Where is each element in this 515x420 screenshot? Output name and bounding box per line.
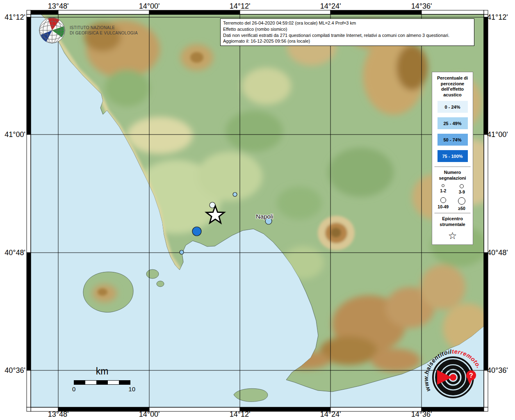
- count-circle-icon: [460, 184, 464, 188]
- lon-label-bottom-2: 14°00': [139, 410, 160, 419]
- event-disclaimer-line: Dati non verificati estratti da 271 ques…: [223, 32, 472, 39]
- lat-label-left-3: 40°48': [0, 249, 25, 257]
- hsit-center-dot: [450, 374, 456, 381]
- epicenter-star-icon: ☆: [434, 231, 471, 241]
- scalebar-end: 10: [128, 386, 135, 393]
- lat-label-right-3: 40°48': [487, 249, 508, 257]
- legend-panel: Percentuale di percezione dell'effetto a…: [432, 72, 473, 245]
- lat-label-right-1: 41°12': [487, 13, 508, 22]
- lon-label-bottom-5: 14°36': [411, 410, 432, 419]
- count-circle-icon: [440, 197, 446, 203]
- legend-swatch-label: 25 - 49%: [443, 121, 461, 126]
- scalebar-start: 0: [72, 386, 75, 393]
- vesuvius-crater: [330, 228, 341, 237]
- lat-label-left-1: 41°12': [0, 13, 25, 22]
- legend-count-title: Numero segnalazioni: [434, 170, 471, 181]
- scalebar-bar: [74, 380, 130, 385]
- legend-swatch-label: 50 - 74%: [443, 137, 461, 142]
- lat-label-left-2: 41°00': [0, 130, 25, 139]
- legend-epicenter-title: Epicentro strumentale: [434, 216, 471, 227]
- event-summary-line: Terremoto del 26-04-2020 04:59:02 (ora l…: [223, 20, 472, 26]
- lon-label-bottom-1: 13°48': [48, 410, 69, 419]
- legend-swatch-25-49: 25 - 49%: [438, 117, 468, 129]
- lat-label-right-2: 41°00': [487, 130, 508, 139]
- count-circle-icon: [442, 184, 444, 187]
- event-effect-line: Effetto acustico (rombo sismico): [223, 26, 472, 32]
- island-vivara: [157, 281, 164, 287]
- island-procida: [146, 269, 159, 278]
- lon-label-top-3: 14°12': [230, 2, 251, 11]
- lon-label-bottom-4: 14°24': [320, 410, 341, 419]
- legend-swatch-label: 75 - 100%: [442, 154, 463, 159]
- hsit-earthquake-map-page: www.haisentitoilterremoto.it ? 13°48' 14…: [0, 0, 515, 420]
- city-label-napoli: Napoli: [256, 213, 273, 220]
- event-info-box: Terremoto del 26-04-2020 04:59:02 (ora l…: [220, 18, 474, 46]
- legend-swatch-0-24: 0 - 24%: [438, 101, 468, 113]
- legend-count-10-49: 10-49: [434, 197, 453, 211]
- legend-swatch-75-100: 75 - 100%: [438, 150, 468, 162]
- felt-report-marker: [192, 227, 201, 236]
- lon-label-top-4: 14°24': [320, 2, 341, 11]
- legend-divider: [435, 167, 470, 167]
- ingv-logo-line1: ISTITUTO NAZIONALE: [70, 25, 138, 30]
- legend-divider: [435, 213, 470, 213]
- map-scalebar: km 0 10: [74, 366, 130, 385]
- count-circle-icon: [458, 197, 465, 205]
- lon-label-top-2: 14°00': [139, 2, 160, 11]
- legend-count-grid: 1-2 3-9 10-49 ≥50: [434, 184, 471, 211]
- legend-percent-title: Percentuale di percezione dell'effetto a…: [434, 75, 471, 98]
- lat-label-right-4: 40°36': [487, 366, 508, 375]
- legend-count-3-9: 3-9: [453, 184, 472, 194]
- ingv-logo-line2: DI GEOFISICA E VULCANOLOGIA: [70, 30, 138, 36]
- legend-count-50: ≥50: [453, 197, 472, 211]
- lon-label-bottom-3: 14°12': [230, 410, 251, 419]
- map-interior: [31, 14, 500, 407]
- legend-swatch-50-74: 50 - 74%: [438, 134, 468, 146]
- lon-label-top-1: 13°48': [48, 2, 69, 11]
- ingv-logo-text: ISTITUTO NAZIONALE DI GEOFISICA E VULCAN…: [70, 25, 138, 36]
- felt-report-marker: [233, 192, 237, 196]
- event-updated-line: Aggiornato il: 16-12-2025 09:56 (ora loc…: [223, 38, 472, 44]
- legend-swatch-label: 0 - 24%: [445, 105, 460, 110]
- scalebar-unit: km: [74, 366, 130, 377]
- felt-report-marker: [180, 250, 184, 254]
- hsit-question-mark: ?: [469, 372, 473, 379]
- lat-label-left-4: 40°36': [0, 366, 25, 375]
- legend-count-1-2: 1-2: [434, 184, 453, 194]
- ingv-globe-icon: [38, 16, 66, 44]
- ingv-logo: ISTITUTO NAZIONALE DI GEOFISICA E VULCAN…: [38, 16, 138, 44]
- lon-label-top-5: 14°36': [411, 2, 432, 11]
